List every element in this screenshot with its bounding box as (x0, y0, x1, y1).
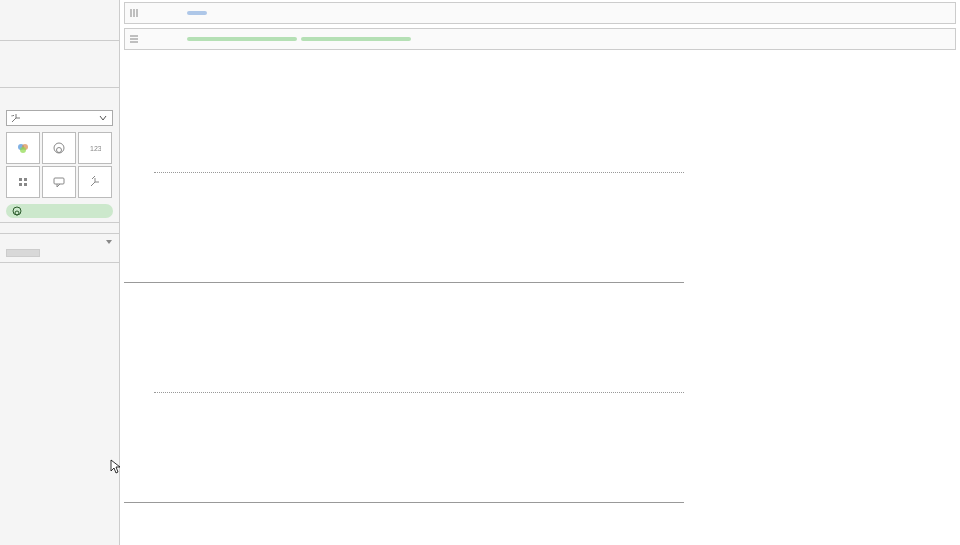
svg-rect-15 (130, 9, 132, 17)
shape-card[interactable] (78, 166, 112, 198)
shape-legend-bar (6, 249, 40, 257)
detail-card[interactable] (6, 166, 40, 198)
shape-legend-row[interactable] (6, 248, 113, 258)
size-card[interactable] (42, 132, 76, 164)
tooltip-card[interactable] (42, 166, 76, 198)
svg-point-14 (15, 211, 19, 215)
size-encode-icon (12, 206, 22, 216)
viz-title (124, 54, 684, 62)
size-encoding-pill[interactable] (6, 204, 113, 218)
shape-card-icon (89, 176, 101, 188)
zero-gridline-1 (154, 172, 684, 173)
rows-icon (129, 34, 139, 44)
svg-text:123: 123 (90, 145, 101, 152)
svg-point-4 (20, 147, 26, 153)
svg-rect-20 (130, 41, 138, 43)
marks-card: × 123 (0, 88, 119, 223)
pages-drop-area[interactable] (6, 7, 113, 37)
mark-type-dropdown[interactable]: × (6, 110, 113, 126)
chart-container (124, 62, 684, 543)
pages-shelf[interactable] (0, 0, 119, 41)
detail-icon (17, 176, 29, 188)
shape-legend[interactable] (0, 234, 119, 263)
plot-1 (154, 62, 684, 282)
caret-down-icon[interactable] (105, 238, 113, 246)
x-axis (154, 503, 684, 543)
label-icon: 123 (89, 142, 101, 154)
zero-gridline-2 (154, 392, 684, 393)
svg-rect-17 (136, 9, 138, 17)
label-card[interactable]: 123 (78, 132, 112, 164)
columns-pill-region[interactable] (187, 11, 207, 15)
viz-panel (124, 54, 684, 543)
columns-shelf-label (125, 8, 187, 18)
shape-plus-icon: × (11, 113, 21, 123)
rows-pill-sum0-2[interactable] (301, 37, 411, 41)
svg-point-6 (57, 147, 62, 152)
visualization-area (124, 54, 956, 543)
svg-rect-12 (54, 178, 64, 184)
svg-rect-9 (24, 178, 27, 181)
mark-property-cards: 123 (0, 130, 119, 200)
svg-rect-8 (19, 178, 22, 181)
columns-icon (129, 8, 139, 18)
main-area (120, 0, 960, 545)
chevron-down-icon (98, 113, 108, 123)
filters-drop-area[interactable] (6, 48, 113, 84)
color-card[interactable] (6, 132, 40, 164)
filters-shelf[interactable] (0, 41, 119, 88)
plot-2 (154, 283, 684, 503)
size-legend-title (6, 227, 113, 229)
chart-panel-1[interactable] (124, 62, 684, 283)
cursor-icon (110, 459, 122, 475)
left-sidebar: × 123 (0, 0, 120, 545)
rows-shelf-label (125, 34, 187, 44)
svg-rect-16 (133, 9, 135, 17)
columns-shelf[interactable] (124, 2, 956, 24)
rows-shelf[interactable] (124, 28, 956, 50)
tooltip-icon (53, 176, 65, 188)
size-legend[interactable] (0, 223, 119, 234)
chart-panel-2[interactable] (124, 283, 684, 504)
rows-pill-sum0-1[interactable] (187, 37, 297, 41)
size-icon (53, 142, 65, 154)
svg-rect-19 (130, 38, 138, 40)
svg-rect-11 (24, 183, 27, 186)
svg-rect-10 (19, 183, 22, 186)
svg-rect-18 (130, 35, 138, 37)
color-icon (17, 142, 29, 154)
marks-layer-sum0-2[interactable] (0, 102, 119, 106)
